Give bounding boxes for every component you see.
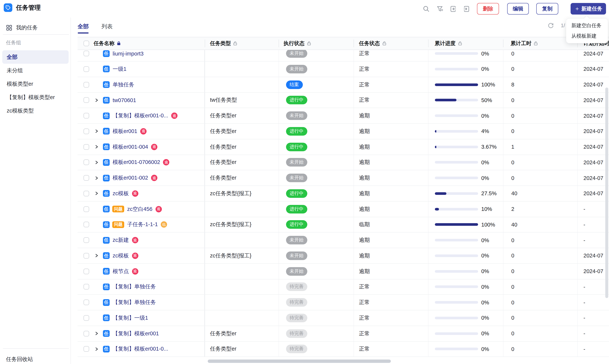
- horizontal-scrollbar[interactable]: [208, 360, 391, 363]
- cell-exec-status: 进行中: [278, 124, 353, 139]
- chevron-right-icon: [95, 254, 98, 258]
- task-name-link[interactable]: 【复制】单独任务: [113, 299, 156, 306]
- task-name-link[interactable]: tw070601: [113, 97, 136, 103]
- row-checkbox[interactable]: [83, 346, 89, 352]
- task-name-link[interactable]: 模板er001-002: [113, 174, 148, 182]
- lock-open-icon[interactable]: [307, 41, 311, 46]
- filter-icon[interactable]: [437, 6, 443, 12]
- import-icon[interactable]: [450, 6, 457, 12]
- tab-list[interactable]: 列表: [101, 17, 113, 37]
- cell-task-type: [205, 310, 278, 326]
- sidebar-group-item[interactable]: 未分组: [2, 64, 69, 77]
- expand-chevron[interactable]: [93, 97, 100, 104]
- progress-bar-track: [435, 83, 478, 86]
- row-checkbox[interactable]: [83, 129, 89, 134]
- row-checkbox[interactable]: [83, 66, 89, 72]
- lock-open-icon[interactable]: [458, 41, 462, 46]
- row-checkbox[interactable]: [83, 97, 89, 103]
- cell-task-type: 任务类型er: [205, 341, 278, 357]
- task-name-link[interactable]: 【复制】模板er001-0...: [113, 346, 168, 353]
- lock-open-icon[interactable]: [382, 41, 386, 46]
- task-name-link[interactable]: zc模板: [113, 252, 129, 259]
- task-management-app: 任务管理 删除 编辑 复制 ＋ 新建任务 新建空白任务从模板新建: [0, 0, 609, 364]
- cell-progress: 100%: [428, 217, 503, 232]
- expand-chevron[interactable]: [93, 143, 100, 150]
- cell-hours: 0: [503, 62, 577, 77]
- row-checkbox[interactable]: [83, 82, 89, 87]
- export-icon[interactable]: [463, 6, 470, 12]
- task-name-link[interactable]: 模板er001-0706002: [113, 159, 160, 166]
- task-name-link[interactable]: 单独任务: [113, 81, 134, 88]
- progress-bar-track: [435, 114, 478, 117]
- cell-task-name: 任liumj-import3: [78, 50, 205, 61]
- dropdown-item-new-blank-task[interactable]: 新建空白任务: [566, 21, 608, 31]
- task-name-link[interactable]: 模板er001: [113, 128, 137, 135]
- row-checkbox[interactable]: [83, 237, 89, 243]
- sidebar-group-item[interactable]: 【复制】模板类型er: [2, 91, 69, 104]
- delete-button[interactable]: 删除: [477, 3, 499, 14]
- expand-chevron[interactable]: [93, 175, 100, 181]
- task-name-link[interactable]: 子任务-1-1-1: [127, 221, 158, 228]
- row-checkbox[interactable]: [83, 175, 89, 181]
- sidebar-item-my-tasks[interactable]: 我的任务: [6, 24, 38, 31]
- sidebar-divider: [3, 34, 69, 35]
- row-checkbox[interactable]: [83, 253, 89, 259]
- expand-chevron[interactable]: [93, 159, 100, 166]
- dropdown-item-new-from-template[interactable]: 从模板新建: [566, 31, 608, 41]
- row-checkbox[interactable]: [83, 331, 89, 336]
- task-name-link[interactable]: 【复制】单独任务: [113, 283, 156, 290]
- row-checkbox[interactable]: [83, 191, 89, 196]
- expand-chevron[interactable]: [93, 330, 100, 337]
- task-name-link[interactable]: zc模板: [113, 190, 129, 197]
- sidebar-group-item[interactable]: 模板类型er: [2, 77, 69, 91]
- cell-exec-status: 未开始: [278, 155, 353, 170]
- issue-badge: 问题: [112, 221, 124, 228]
- task-name-link[interactable]: 【复制】一级1: [113, 314, 148, 322]
- exec-status-badge: 未开始: [286, 65, 307, 73]
- task-name-link[interactable]: 一级1: [113, 65, 126, 73]
- row-checkbox[interactable]: [83, 299, 89, 305]
- row-checkbox[interactable]: [83, 268, 89, 274]
- task-name-link[interactable]: 模板er001-004: [113, 143, 148, 150]
- task-name-link[interactable]: zc空白456: [127, 206, 152, 213]
- lock-open-icon[interactable]: [233, 41, 237, 46]
- edit-button[interactable]: 编辑: [507, 3, 529, 14]
- task-name-link[interactable]: 根节点: [113, 268, 129, 275]
- expand-chevron[interactable]: [93, 252, 100, 259]
- select-all-checkbox[interactable]: [83, 41, 89, 46]
- cell-task-type: 任务类型er: [205, 326, 278, 341]
- tab-all[interactable]: 全部: [78, 17, 89, 37]
- row-checkbox[interactable]: [83, 206, 89, 212]
- sidebar-group-item[interactable]: zc模板类型: [2, 104, 69, 117]
- cell-task-status: 正常: [353, 326, 428, 341]
- row-checkbox[interactable]: [83, 51, 89, 56]
- task-name-link[interactable]: 【复制】模板er001: [113, 330, 159, 337]
- row-checkbox[interactable]: [83, 160, 89, 165]
- cell-hours: 0: [503, 50, 577, 61]
- copy-button[interactable]: 复制: [536, 3, 558, 14]
- lock-closed-icon[interactable]: [117, 41, 121, 46]
- row-checkbox[interactable]: [83, 113, 89, 118]
- progress-bar-fill: [435, 223, 478, 226]
- create-task-button[interactable]: ＋ 新建任务: [571, 3, 606, 14]
- row-checkbox[interactable]: [83, 284, 89, 290]
- lock-open-icon[interactable]: [534, 41, 538, 46]
- expand-chevron[interactable]: [93, 346, 100, 352]
- task-name-link[interactable]: liumj-import3: [113, 51, 144, 56]
- task-name-link[interactable]: zc新建: [113, 237, 129, 244]
- row-checkbox[interactable]: [83, 144, 89, 150]
- sidebar-item-recycle-bin[interactable]: 任务回收站: [6, 356, 33, 363]
- cell-task-status: 正常: [353, 310, 428, 326]
- sidebar-group-item[interactable]: 全部: [2, 50, 69, 64]
- search-icon[interactable]: [423, 6, 430, 12]
- cell-exec-status: 待完善: [278, 326, 353, 341]
- cell-task-name: 任【复制】模板er001-0...: [78, 341, 205, 357]
- task-name-link[interactable]: 【复制】模板er001-0...: [113, 112, 168, 119]
- refresh-icon[interactable]: [548, 22, 554, 28]
- row-checkbox[interactable]: [83, 222, 89, 227]
- row-checkbox[interactable]: [83, 315, 89, 321]
- expand-chevron[interactable]: [93, 190, 100, 197]
- vertical-scrollbar[interactable]: [605, 88, 608, 298]
- table-row: 任【复制】一级1待完善正常0%0-: [78, 310, 609, 326]
- expand-chevron[interactable]: [93, 128, 100, 135]
